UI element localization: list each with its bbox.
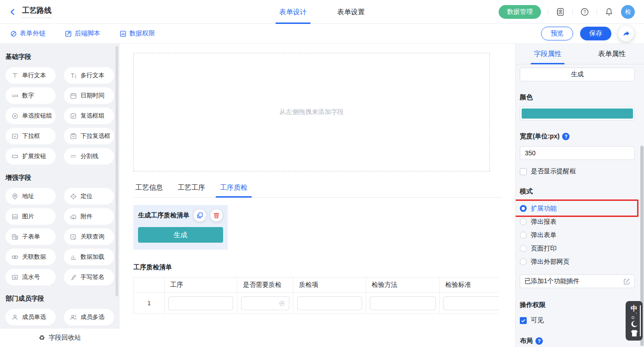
sidebar-item-linked-data[interactable]: 关联数据 (6, 249, 56, 265)
check-item-input[interactable] (297, 296, 362, 310)
back-icon[interactable] (9, 8, 17, 16)
language-icon[interactable]: 中 (631, 305, 638, 312)
preview-button[interactable]: 预览 (541, 27, 573, 40)
sidebar-item-linked-query[interactable]: 关联查询 (64, 228, 114, 245)
sidebar-item-attachment[interactable]: 附件 (64, 208, 114, 225)
plugin-config-input[interactable]: 已添加1个功能插件 (520, 274, 635, 288)
visible-checkbox[interactable] (520, 317, 527, 324)
color-picker[interactable] (520, 107, 635, 120)
top-header: 工艺路线 表单设计 表单设置 数据管理 ? (0, 0, 644, 24)
radio-icon[interactable] (520, 258, 527, 265)
process-input[interactable] (168, 296, 233, 310)
tab-field-properties[interactable]: 字段属性 (516, 44, 580, 64)
notification-bell-icon[interactable] (604, 7, 614, 17)
tab-form-properties[interactable]: 表单属性 (580, 44, 644, 64)
sidebar-item-signature[interactable]: 手写签名 (64, 269, 114, 285)
mode-option-popup-report[interactable]: 弹出报表 (520, 215, 635, 228)
plugin-config-value: 已添加1个功能插件 (524, 277, 580, 285)
sidebar-item-data-load[interactable]: 数据加载 (64, 249, 114, 265)
layout-help-icon[interactable]: ? (535, 337, 543, 345)
field-recycle-bin[interactable]: ♻ 字段回收站 (0, 329, 120, 347)
check-standard-input[interactable] (443, 296, 499, 310)
col-need-check: 是否需要质检 (237, 278, 293, 293)
sidebar-item-divider[interactable]: 分割线 (64, 148, 114, 165)
width-input[interactable] (520, 146, 635, 160)
sidebar-item-member-multi[interactable]: 成员多选 (64, 309, 114, 325)
mode-option-extend-function[interactable]: 扩展功能 (520, 202, 635, 215)
multi-line-text-icon (69, 72, 77, 80)
sidebar-item-checkbox-group[interactable]: 复选框组 (64, 108, 114, 124)
tab-form-settings[interactable]: 表单设置 (337, 0, 365, 24)
tshirt-icon[interactable] (631, 330, 638, 337)
tab-process-info[interactable]: 工艺信息 (133, 183, 165, 197)
mode-options: 扩展功能 弹出报表 弹出表单 页面打印 (520, 202, 635, 268)
sidebar-item-extend-button[interactable]: 扩展按钮 (6, 148, 56, 165)
copy-field-button[interactable] (194, 209, 206, 222)
address-book-icon[interactable] (555, 7, 565, 17)
check-method-input[interactable] (370, 296, 436, 310)
recycle-icon: ♻ (39, 334, 45, 342)
section-title-basic-fields: 基础字段 (6, 53, 114, 61)
data-permission-label: 数据权限 (129, 29, 155, 38)
radio-icon[interactable] (520, 245, 527, 252)
quality-check-table-wrapper: 工序 是否需要质检 质检项 检验方法 检验标准 1 (133, 277, 499, 314)
mode-option-popup-external-page[interactable]: 弹出外部网页 (520, 255, 635, 268)
user-avatar[interactable]: 检 (621, 5, 635, 19)
form-external-link[interactable]: 表单外链 (10, 29, 46, 38)
delete-field-button[interactable] (210, 209, 223, 222)
data-permission-link[interactable]: 数据权限 (120, 29, 155, 38)
backend-script-link[interactable]: 后端脚本 (65, 29, 100, 38)
width-help-icon[interactable]: ? (562, 133, 569, 140)
help-icon[interactable]: ? (580, 7, 590, 17)
radio-selected-icon[interactable] (520, 205, 527, 212)
sidebar-item-address[interactable]: 地址 (6, 188, 56, 205)
sidebar-item-single-line-text[interactable]: 单行文本 (6, 67, 56, 84)
selected-field-card[interactable]: 生成工序质检清单 生成 (133, 205, 228, 250)
radio-icon[interactable] (520, 232, 527, 239)
dark-mode-moon-icon[interactable] (631, 320, 638, 328)
checkbox-icon (69, 112, 77, 120)
tab-form-design[interactable]: 表单设计 (279, 0, 307, 24)
need-check-input[interactable] (241, 296, 289, 310)
sidebar-item-location[interactable]: 定位 (64, 188, 114, 205)
sidebar-item-datetime[interactable]: 日期时间 (64, 87, 114, 104)
mode-option-page-print[interactable]: 页面打印 (520, 242, 635, 255)
col-check-method: 检验方法 (366, 278, 440, 293)
data-manage-button[interactable]: 数据管理 (499, 5, 541, 19)
sidebar-item-number[interactable]: 123 数字 (6, 87, 56, 104)
sidebar-item-multi-select[interactable]: 下拉复选框 (64, 128, 114, 144)
sidebar-item-radio-group[interactable]: 单选按钮组 (6, 108, 56, 124)
tone-mark-icon[interactable]: ’ (632, 313, 637, 319)
single-line-text-icon (11, 72, 19, 80)
reminder-checkbox[interactable] (520, 168, 527, 175)
button-name-input[interactable]: 生成 (520, 68, 635, 81)
header-tabs: 表单设计 表单设置 (279, 0, 365, 24)
radio-icon[interactable] (520, 218, 527, 225)
sidebar-item-image[interactable]: 图片 (6, 208, 56, 225)
tab-step-quality-check[interactable]: 工序质检 (218, 183, 249, 197)
width-label: 宽度(单位:px) ? (520, 132, 635, 141)
col-index (134, 278, 165, 293)
sidebar-scrollbar[interactable] (115, 46, 118, 296)
tab-process-steps[interactable]: 工艺工序 (176, 183, 207, 197)
visible-check-row[interactable]: 可见 (520, 316, 635, 324)
divider (548, 9, 548, 15)
generate-button[interactable]: 生成 (138, 227, 223, 243)
save-button[interactable]: 保存 (580, 27, 611, 40)
page-title[interactable]: 工艺路线 (22, 6, 52, 18)
sidebar-item-serial-number[interactable]: 流水号 (6, 269, 56, 285)
sidebar-item-subform[interactable]: 子表单 (6, 228, 56, 245)
button-icon (11, 153, 19, 160)
section-title-enhanced-fields: 增强字段 (6, 174, 114, 182)
field-library-sidebar: 基础字段 单行文本 多行文本 123 数字 日期时间 (0, 44, 120, 347)
reminder-check-row[interactable]: 是否显示提醒框 (520, 167, 635, 176)
floating-translate-widget[interactable]: 中 ’ (626, 301, 643, 341)
pen-icon (69, 273, 77, 281)
sidebar-item-member-single[interactable]: 成员单选 (6, 309, 56, 325)
sidebar-item-multi-line-text[interactable]: 多行文本 (64, 67, 114, 84)
sidebar-item-select[interactable]: 下拉框 (6, 128, 56, 144)
mode-option-popup-form[interactable]: 弹出表单 (520, 228, 635, 242)
empty-dropzone[interactable]: 从左侧拖拽来添加字段 (133, 53, 490, 171)
subform-icon (11, 233, 19, 241)
share-button[interactable] (618, 26, 634, 41)
